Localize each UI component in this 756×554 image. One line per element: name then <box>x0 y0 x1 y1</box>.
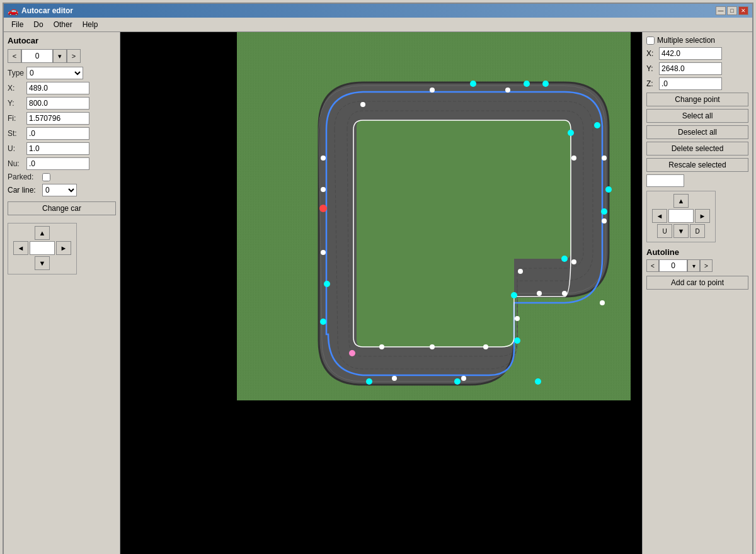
minimize-button[interactable]: — <box>716 6 726 15</box>
right-z-input[interactable] <box>659 77 722 90</box>
right-x-row: X: <box>646 47 748 60</box>
menu-file[interactable]: File <box>6 19 28 30</box>
y-input[interactable] <box>26 97 89 110</box>
autoline-dropdown-button[interactable]: ▾ <box>687 259 700 272</box>
maximize-button[interactable]: □ <box>727 6 737 15</box>
svg-point-36 <box>518 269 523 274</box>
right-y-row: Y: <box>646 62 748 75</box>
autoline-value-input[interactable] <box>659 259 687 272</box>
autocar-section-title: Autocar <box>8 36 116 45</box>
change-point-button[interactable]: Change point <box>646 93 748 106</box>
svg-point-22 <box>594 122 600 128</box>
svg-point-15 <box>461 376 466 381</box>
svg-point-7 <box>505 88 510 93</box>
svg-point-40 <box>568 130 574 136</box>
autoline-next-button[interactable]: > <box>700 259 713 272</box>
svg-point-25 <box>601 208 607 215</box>
svg-point-26 <box>561 256 568 262</box>
svg-point-11 <box>562 291 567 296</box>
carline-label: Car line: <box>8 186 42 195</box>
svg-point-19 <box>321 155 326 161</box>
y-row: Y: <box>8 97 116 110</box>
rescale-selected-button[interactable]: Rescale selected <box>646 158 748 172</box>
svg-point-30 <box>320 319 326 325</box>
svg-point-9 <box>602 155 607 161</box>
svg-point-34 <box>379 344 384 349</box>
u-input[interactable] <box>26 142 89 155</box>
right-nav-d-button[interactable]: D <box>690 224 705 238</box>
svg-point-27 <box>514 337 520 344</box>
menu-do[interactable]: Do <box>28 19 48 30</box>
left-panel: Autocar < ▾ > Type 0 X: Y: <box>4 32 120 554</box>
change-car-button[interactable]: Change car <box>8 201 116 215</box>
carline-select[interactable]: 0 <box>42 184 77 196</box>
add-car-to-point-button[interactable]: Add car to point <box>646 276 748 290</box>
svg-point-42 <box>605 186 612 193</box>
spinner-next-button[interactable]: > <box>67 49 81 63</box>
fi-row: Fi: <box>8 112 116 125</box>
st-input[interactable] <box>26 127 89 140</box>
right-nav-right-button[interactable]: ► <box>695 209 710 223</box>
autoline-prev-button[interactable]: < <box>646 259 659 272</box>
svg-point-8 <box>360 102 365 107</box>
rescale-value-input[interactable] <box>646 174 684 187</box>
svg-point-23 <box>542 81 549 87</box>
track-area[interactable] <box>237 32 631 400</box>
right-y-input[interactable] <box>659 62 722 75</box>
svg-point-45 <box>324 281 330 287</box>
svg-point-12 <box>537 291 542 296</box>
left-nav-pad: ▲ ◄ ► ▼ <box>8 223 77 274</box>
multiple-selection-label: Multiple selection <box>657 36 715 45</box>
svg-point-37 <box>571 259 576 264</box>
svg-point-28 <box>454 378 461 385</box>
right-x-label: X: <box>646 49 659 58</box>
spinner-value-input[interactable] <box>21 49 53 63</box>
close-button[interactable]: ✕ <box>738 6 748 15</box>
spinner-dropdown-button[interactable]: ▾ <box>53 49 67 63</box>
svg-point-38 <box>571 155 576 161</box>
multiple-selection-checkbox[interactable] <box>646 37 655 45</box>
st-row: St: <box>8 127 116 140</box>
x-input[interactable] <box>26 82 89 94</box>
nu-label: Nu: <box>8 159 26 168</box>
u-row: U: <box>8 142 116 155</box>
svg-point-6 <box>430 88 435 93</box>
app-icon: 🚗 <box>8 6 18 16</box>
svg-point-13 <box>515 316 520 321</box>
select-all-button[interactable]: Select all <box>646 109 748 123</box>
menu-other[interactable]: Other <box>49 19 77 30</box>
center-canvas[interactable] <box>120 32 642 554</box>
right-nav-left-button[interactable]: ◄ <box>652 209 667 223</box>
fi-label: Fi: <box>8 114 26 123</box>
type-select[interactable]: 0 <box>26 67 83 79</box>
nav-down-button[interactable]: ▼ <box>35 256 50 270</box>
carline-row: Car line: 0 <box>8 184 116 196</box>
fi-input[interactable] <box>26 112 89 125</box>
nav-left-button[interactable]: ◄ <box>13 241 28 255</box>
menu-help[interactable]: Help <box>77 19 103 30</box>
svg-point-18 <box>321 187 326 192</box>
nav-up-button[interactable]: ▲ <box>35 226 50 240</box>
nav-center-display <box>30 241 55 255</box>
svg-point-10 <box>602 218 607 223</box>
parked-checkbox[interactable] <box>42 173 50 181</box>
delete-selected-button[interactable]: Delete selected <box>646 142 748 155</box>
spinner-prev-button[interactable]: < <box>8 49 21 63</box>
y-label: Y: <box>8 99 26 108</box>
svg-point-35 <box>483 344 488 349</box>
nu-input[interactable] <box>26 157 89 170</box>
right-nav-up-button[interactable]: ▲ <box>673 194 689 208</box>
right-nav-down-button[interactable]: ▼ <box>673 224 689 238</box>
menu-bar: File Do Other Help <box>4 18 752 32</box>
right-nav-u-button[interactable]: U <box>657 224 672 238</box>
right-x-input[interactable] <box>659 47 722 60</box>
window-title: Autocar editor <box>21 6 73 15</box>
deselect-all-button[interactable]: Deselect all <box>646 125 748 139</box>
nav-right-button[interactable]: ► <box>56 241 71 255</box>
autoline-spinner: < ▾ > <box>646 259 748 272</box>
right-y-label: Y: <box>646 64 659 73</box>
type-label: Type <box>8 69 26 77</box>
svg-point-14 <box>600 300 605 305</box>
svg-point-29 <box>366 378 372 385</box>
right-nav-pad: ▲ ◄ ► U ▼ D <box>646 191 716 242</box>
